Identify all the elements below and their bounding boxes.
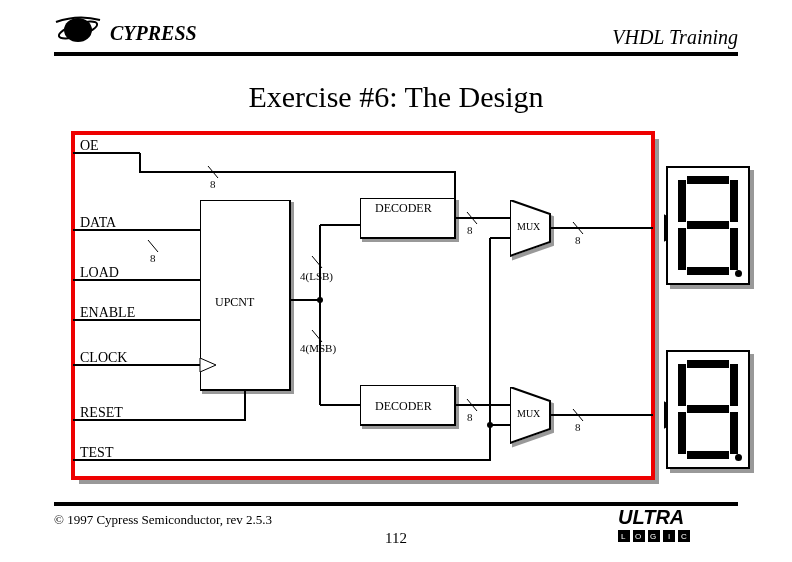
svg-text:C: C [681, 532, 687, 541]
header-rule [54, 52, 738, 56]
upcnt-label: UPCNT [215, 295, 255, 309]
ultra-logo: ULTRA L O G I C [618, 506, 738, 546]
svg-text:CLOCK: CLOCK [80, 350, 127, 365]
svg-text:TEST: TEST [80, 445, 114, 460]
svg-text:RESET: RESET [80, 405, 123, 420]
svg-text:O: O [635, 532, 641, 541]
decoder-lower-label: DECODER [375, 399, 432, 413]
svg-rect-3 [73, 133, 653, 478]
svg-text:LOAD: LOAD [80, 265, 119, 280]
svg-text:I: I [668, 532, 670, 541]
svg-text:ULTRA: ULTRA [618, 506, 684, 528]
svg-text:DATA: DATA [80, 215, 117, 230]
block-diagram: OE DATA LOAD ENABLE CLOCK RESET TEST [70, 130, 730, 490]
bus-dec-lower: 8 [467, 411, 473, 423]
seven-segment-display-upper [666, 166, 750, 285]
training-label: VHDL Training [612, 26, 738, 49]
bus-mux-lower: 8 [575, 421, 581, 433]
svg-text:L: L [621, 532, 626, 541]
bus-oe: 8 [210, 178, 216, 190]
mux-lower-label: MUX [517, 408, 541, 419]
mux-upper-label: MUX [517, 221, 541, 232]
page-title: Exercise #6: The Design [0, 80, 792, 114]
bus-dec-upper: 8 [467, 224, 473, 236]
input-reset: RESET [73, 405, 130, 420]
bus-msb: 4(MSB) [300, 342, 336, 355]
svg-text:ENABLE: ENABLE [80, 305, 135, 320]
svg-text:G: G [650, 532, 656, 541]
brand-text: CYPRESS [110, 22, 197, 44]
copyright: © 1997 Cypress Semiconductor, rev 2.5.3 [54, 512, 272, 528]
svg-text:OE: OE [80, 138, 99, 153]
bus-mux-upper: 8 [575, 234, 581, 246]
seven-segment-display-lower [666, 350, 750, 469]
cypress-logo: CYPRESS [54, 14, 214, 54]
bus-data: 8 [150, 252, 156, 264]
decoder-upper-label: DECODER [375, 201, 432, 215]
bus-lsb: 4(LSB) [300, 270, 333, 283]
